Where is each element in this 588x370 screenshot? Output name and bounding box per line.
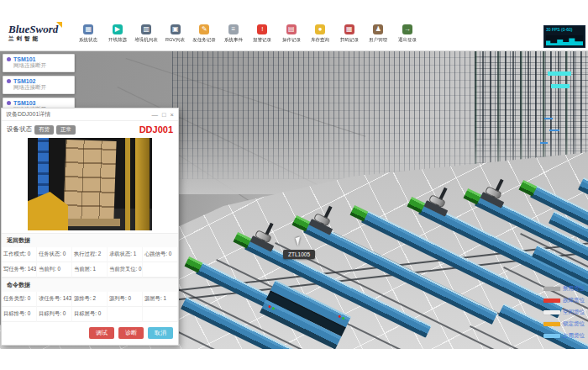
toast-status-dot-icon: [7, 57, 11, 61]
scan-records-icon: ▦: [344, 24, 354, 34]
toast-title: TSM101: [7, 56, 71, 62]
return-data-grid: 工作模式: 0 任务状态: 0 执行过程: 2 承载状态: 1 心跳信号: 0 …: [2, 247, 178, 278]
brand-triangle-icon: [56, 22, 62, 28]
close-icon[interactable]: ×: [171, 111, 174, 119]
section-title-command-data: 命令数据: [2, 278, 178, 292]
menu-item-system-status[interactable]: ▦ 系统状态: [74, 24, 103, 50]
data-cell: 目标列号: 0: [37, 307, 72, 322]
photo-shape: [125, 138, 130, 230]
menu-item-inventory-query[interactable]: ● 库存查询: [306, 24, 335, 50]
legend-label: 空闲货位: [563, 309, 585, 316]
data-cell: [143, 307, 178, 322]
photo-shape: [63, 140, 116, 220]
menu-item-line-filter[interactable]: ▶ 开线筛选: [103, 24, 133, 50]
data-cell: 源层号: 1: [143, 292, 178, 307]
menu-label: 退出登录: [398, 36, 417, 43]
data-cell: [108, 307, 143, 322]
debug-button[interactable]: 调试: [89, 327, 114, 339]
legend-label: 锁定货位: [563, 320, 585, 328]
toast-status-dot-icon: [7, 101, 11, 105]
menu-item-user-management[interactable]: ♟ 用户管理: [364, 24, 393, 50]
photo-shape: [135, 138, 150, 230]
device-camera-photo: [28, 138, 152, 230]
menu-label: 系统事件: [224, 36, 243, 43]
legend-chip-locked: [543, 322, 560, 326]
maximize-icon[interactable]: □: [162, 111, 166, 119]
data-cell: 源列号: 0: [108, 292, 143, 307]
fps-stats-widget[interactable]: 30 FPS (0-60): [543, 25, 585, 48]
legend-label: 占用货位: [563, 332, 585, 340]
data-cell: 源排号: 2: [72, 292, 108, 307]
toast-tsm102[interactable]: TSM102 网络连接断开: [3, 76, 75, 94]
panel-header[interactable]: 设备DDJ001详情 — □ ×: [2, 108, 178, 121]
photo-shape: [61, 219, 120, 226]
menu-label: 系统状态: [79, 36, 97, 43]
menu-label: 库存查询: [311, 36, 329, 43]
brand-logo: BlueSword 兰剑智能: [8, 24, 67, 43]
rack-label-text: [544, 118, 553, 119]
rack-label-text: [540, 142, 548, 144]
menu-label: 发任务记录: [192, 36, 216, 43]
data-cell: 读任务号: 14367: [37, 292, 72, 307]
rack-label-bar: [551, 84, 570, 88]
toast-message: 网络连接断开: [13, 62, 71, 70]
fps-graph-shape: [546, 35, 583, 45]
toast-title: TSM103: [7, 100, 71, 106]
data-cell: 当前列: 0: [37, 262, 72, 278]
main-menu: ▦ 系统状态 ▶ 开线筛选 ▥ 堆垛机列表 ▣ RGV列表 ✎ 发任务记录 ≡ …: [74, 24, 422, 50]
system-status-icon: ▦: [83, 24, 93, 34]
data-cell: 目标层号: 0: [72, 307, 108, 322]
device-detail-panel: 设备DDJ001详情 — □ × 设备状态 有货 正常 DDJ001: [1, 108, 179, 346]
toast-tsm101[interactable]: TSM101 网络连接断开: [3, 54, 75, 72]
viewport: ZTL1005 禁用货位 故障货位 空闲货位 锁定货位: [0, 51, 588, 349]
data-cell: 当前货叉位: 0: [108, 262, 143, 278]
legend-row: 锁定货位: [543, 320, 585, 328]
section-title-return-data: 返回数据: [2, 233, 178, 247]
device-hover-tooltip: ZTL1005: [283, 250, 315, 259]
legend-chip-occupied: [543, 334, 560, 338]
menu-label: 堆垛机列表: [134, 36, 158, 43]
line-filter-icon: ▶: [113, 24, 123, 34]
alarm-records-icon: !: [257, 24, 267, 34]
fps-graph: [546, 35, 583, 45]
system-events-icon: ≡: [228, 24, 239, 34]
menu-label: 扫码记录: [340, 36, 359, 43]
menu-label: 操作记录: [282, 36, 301, 43]
menu-item-stacker-list[interactable]: ▥ 堆垛机列表: [132, 24, 161, 50]
panel-actions: 调试 诊断 取消: [2, 322, 178, 345]
data-cell: 任务状态: 0: [37, 247, 72, 262]
legend-row: 占用货位: [543, 332, 585, 340]
minimize-icon[interactable]: —: [152, 111, 159, 119]
user-management-icon: ♟: [373, 24, 383, 34]
status-label: 设备状态: [7, 125, 32, 134]
menu-item-rgv-list[interactable]: ▣ RGV列表: [161, 24, 191, 50]
toast-device-name: TSM101: [13, 56, 35, 62]
panel-window-controls: — □ ×: [152, 111, 174, 119]
panel-title: 设备DDJ001详情: [6, 110, 50, 119]
diagnose-button[interactable]: 诊断: [118, 327, 144, 339]
rack-label-text: [549, 130, 559, 131]
inventory-query-icon: ●: [315, 24, 325, 34]
menu-label: 用户管理: [369, 36, 387, 43]
menu-item-logout[interactable]: → 退出登录: [393, 24, 423, 50]
menu-item-operation-records[interactable]: ▤ 操作记录: [277, 24, 307, 50]
status-badge-normal: 正常: [56, 125, 76, 135]
menu-item-scan-records[interactable]: ▦ 扫码记录: [335, 24, 365, 50]
fps-label: 30 FPS (0-60): [544, 26, 585, 33]
menu-item-alarm-records[interactable]: ! 报警记录: [248, 24, 277, 50]
legend-chip-disabled: [543, 287, 560, 291]
legend-chip-empty: [543, 310, 560, 314]
cancel-button[interactable]: 取消: [148, 327, 173, 339]
data-cell: 心跳信号: 0: [143, 247, 178, 262]
task-records-icon: ✎: [199, 24, 209, 34]
menu-label: 开线筛选: [108, 36, 127, 43]
toast-device-name: TSM102: [13, 78, 35, 84]
menu-item-task-records[interactable]: ✎ 发任务记录: [190, 24, 219, 50]
app-window: BlueSword 兰剑智能 ▦ 系统状态 ▶ 开线筛选 ▥ 堆垛机列表 ▣ R…: [0, 0, 588, 370]
menu-item-system-events[interactable]: ≡ 系统事件: [219, 24, 249, 50]
legend-label: 故障货位: [563, 297, 585, 304]
data-cell: 执行过程: 2: [72, 247, 108, 262]
command-data-grid: 任务类型: 0 读任务号: 14367 源排号: 2 源列号: 0 源层号: 1…: [2, 292, 178, 322]
legend-chip-fault: [543, 299, 560, 303]
data-cell: 当前层: 1: [72, 262, 108, 278]
